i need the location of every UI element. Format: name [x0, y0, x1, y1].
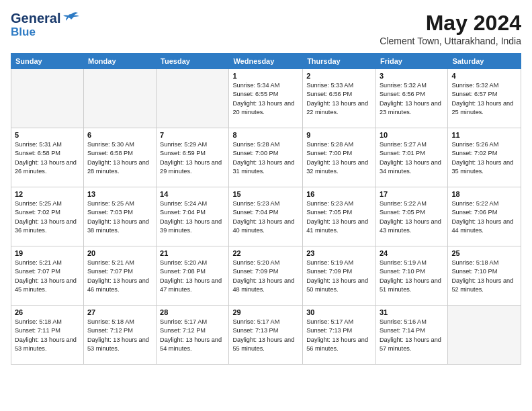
day-info: Sunrise: 5:30 AMSunset: 6:58 PMDaylight:… — [87, 140, 152, 176]
calendar-cell: 13Sunrise: 5:25 AMSunset: 7:03 PMDayligh… — [83, 187, 156, 246]
calendar-header-wednesday: Wednesday — [229, 54, 303, 69]
day-number: 21 — [160, 249, 225, 257]
calendar-cell: 15Sunrise: 5:23 AMSunset: 7:04 PMDayligh… — [229, 187, 303, 246]
day-number: 9 — [306, 131, 372, 139]
day-info: Sunrise: 5:34 AMSunset: 6:55 PMDaylight:… — [232, 81, 299, 117]
day-info: Sunrise: 5:20 AMSunset: 7:08 PMDaylight:… — [160, 259, 225, 294]
calendar-cell: 29Sunrise: 5:17 AMSunset: 7:13 PMDayligh… — [229, 306, 303, 365]
calendar-cell: 22Sunrise: 5:20 AMSunset: 7:09 PMDayligh… — [229, 246, 303, 306]
day-number: 5 — [15, 131, 80, 139]
calendar-cell: 14Sunrise: 5:24 AMSunset: 7:04 PMDayligh… — [157, 187, 229, 246]
day-number: 30 — [306, 308, 372, 316]
day-info: Sunrise: 5:31 AMSunset: 6:58 PMDaylight:… — [15, 140, 80, 176]
calendar-cell: 2Sunrise: 5:33 AMSunset: 6:56 PMDaylight… — [303, 69, 376, 128]
calendar-cell: 24Sunrise: 5:19 AMSunset: 7:10 PMDayligh… — [375, 246, 447, 306]
day-info: Sunrise: 5:18 AMSunset: 7:12 PMDaylight:… — [87, 318, 152, 353]
calendar-cell: 1Sunrise: 5:34 AMSunset: 6:55 PMDaylight… — [229, 69, 303, 128]
calendar-week-2: 5Sunrise: 5:31 AMSunset: 6:58 PMDaylight… — [11, 128, 521, 187]
logo: General Blue — [11, 11, 81, 38]
day-number: 28 — [160, 308, 225, 316]
day-info: Sunrise: 5:26 AMSunset: 7:02 PMDaylight:… — [451, 140, 517, 176]
logo-general: General — [11, 11, 60, 26]
logo-blue: Blue — [11, 26, 36, 38]
day-number: 22 — [232, 249, 299, 257]
day-number: 12 — [15, 190, 80, 198]
calendar-header-saturday: Saturday — [448, 54, 521, 69]
day-info: Sunrise: 5:25 AMSunset: 7:02 PMDaylight:… — [15, 199, 80, 235]
day-number: 8 — [232, 131, 299, 139]
calendar-cell: 31Sunrise: 5:16 AMSunset: 7:14 PMDayligh… — [375, 306, 447, 365]
day-info: Sunrise: 5:32 AMSunset: 6:57 PMDaylight:… — [451, 81, 517, 117]
location-subtitle: Clement Town, Uttarakhand, India — [380, 36, 521, 46]
day-number: 7 — [160, 131, 225, 139]
day-number: 25 — [451, 249, 517, 257]
day-info: Sunrise: 5:25 AMSunset: 7:03 PMDaylight:… — [87, 199, 152, 235]
day-number: 11 — [451, 131, 517, 139]
day-info: Sunrise: 5:22 AMSunset: 7:05 PMDaylight:… — [380, 199, 444, 235]
day-number: 18 — [451, 190, 517, 198]
day-info: Sunrise: 5:16 AMSunset: 7:14 PMDaylight:… — [380, 318, 444, 353]
logo-bird-icon — [62, 11, 81, 26]
calendar-cell: 5Sunrise: 5:31 AMSunset: 6:58 PMDaylight… — [11, 128, 84, 187]
day-number: 31 — [380, 308, 444, 316]
calendar-cell — [83, 69, 156, 128]
day-info: Sunrise: 5:23 AMSunset: 7:05 PMDaylight:… — [306, 199, 372, 235]
day-info: Sunrise: 5:28 AMSunset: 7:00 PMDaylight:… — [232, 140, 299, 176]
calendar-table: SundayMondayTuesdayWednesdayThursdayFrid… — [11, 53, 521, 365]
calendar-cell — [448, 306, 521, 365]
day-info: Sunrise: 5:29 AMSunset: 6:59 PMDaylight:… — [160, 140, 225, 176]
calendar-header-monday: Monday — [83, 54, 156, 69]
calendar-cell: 25Sunrise: 5:18 AMSunset: 7:10 PMDayligh… — [448, 246, 521, 306]
calendar-header-sunday: Sunday — [11, 54, 84, 69]
calendar-header-thursday: Thursday — [303, 54, 376, 69]
day-number: 27 — [87, 308, 152, 316]
day-info: Sunrise: 5:21 AMSunset: 7:07 PMDaylight:… — [15, 259, 80, 294]
calendar-cell — [157, 69, 229, 128]
header: General Blue May 2024 Clement Town, Utta… — [11, 11, 521, 46]
day-info: Sunrise: 5:21 AMSunset: 7:07 PMDaylight:… — [87, 259, 152, 294]
calendar-cell: 27Sunrise: 5:18 AMSunset: 7:12 PMDayligh… — [83, 306, 156, 365]
day-info: Sunrise: 5:17 AMSunset: 7:13 PMDaylight:… — [306, 318, 372, 353]
calendar-cell: 18Sunrise: 5:22 AMSunset: 7:06 PMDayligh… — [448, 187, 521, 246]
calendar-cell: 3Sunrise: 5:32 AMSunset: 6:56 PMDaylight… — [375, 69, 447, 128]
calendar-week-4: 19Sunrise: 5:21 AMSunset: 7:07 PMDayligh… — [11, 246, 521, 306]
day-number: 23 — [306, 249, 372, 257]
day-info: Sunrise: 5:22 AMSunset: 7:06 PMDaylight:… — [451, 199, 517, 235]
day-info: Sunrise: 5:20 AMSunset: 7:09 PMDaylight:… — [232, 259, 299, 294]
calendar-header-row: SundayMondayTuesdayWednesdayThursdayFrid… — [11, 54, 521, 69]
calendar-week-3: 12Sunrise: 5:25 AMSunset: 7:02 PMDayligh… — [11, 187, 521, 246]
calendar-cell: 23Sunrise: 5:19 AMSunset: 7:09 PMDayligh… — [303, 246, 376, 306]
calendar-cell — [11, 69, 84, 128]
calendar-cell: 19Sunrise: 5:21 AMSunset: 7:07 PMDayligh… — [11, 246, 84, 306]
day-number: 13 — [87, 190, 152, 198]
calendar-cell: 17Sunrise: 5:22 AMSunset: 7:05 PMDayligh… — [375, 187, 447, 246]
day-number: 26 — [15, 308, 80, 316]
day-number: 6 — [87, 131, 152, 139]
title-block: May 2024 Clement Town, Uttarakhand, Indi… — [380, 11, 521, 46]
calendar-week-1: 1Sunrise: 5:34 AMSunset: 6:55 PMDaylight… — [11, 69, 521, 128]
day-number: 1 — [232, 72, 299, 80]
page: General Blue May 2024 Clement Town, Utta… — [0, 0, 532, 411]
calendar-cell: 9Sunrise: 5:28 AMSunset: 7:00 PMDaylight… — [303, 128, 376, 187]
day-info: Sunrise: 5:24 AMSunset: 7:04 PMDaylight:… — [160, 199, 225, 235]
day-number: 14 — [160, 190, 225, 198]
day-info: Sunrise: 5:33 AMSunset: 6:56 PMDaylight:… — [306, 81, 372, 117]
calendar-cell: 30Sunrise: 5:17 AMSunset: 7:13 PMDayligh… — [303, 306, 376, 365]
calendar-header-friday: Friday — [375, 54, 447, 69]
day-info: Sunrise: 5:19 AMSunset: 7:10 PMDaylight:… — [380, 259, 444, 294]
calendar-cell: 20Sunrise: 5:21 AMSunset: 7:07 PMDayligh… — [83, 246, 156, 306]
calendar-cell: 11Sunrise: 5:26 AMSunset: 7:02 PMDayligh… — [448, 128, 521, 187]
calendar-cell: 26Sunrise: 5:18 AMSunset: 7:11 PMDayligh… — [11, 306, 84, 365]
calendar-cell: 16Sunrise: 5:23 AMSunset: 7:05 PMDayligh… — [303, 187, 376, 246]
day-number: 20 — [87, 249, 152, 257]
day-info: Sunrise: 5:28 AMSunset: 7:00 PMDaylight:… — [306, 140, 372, 176]
calendar-cell: 21Sunrise: 5:20 AMSunset: 7:08 PMDayligh… — [157, 246, 229, 306]
day-number: 4 — [451, 72, 517, 80]
calendar-cell: 7Sunrise: 5:29 AMSunset: 6:59 PMDaylight… — [157, 128, 229, 187]
day-info: Sunrise: 5:32 AMSunset: 6:56 PMDaylight:… — [380, 81, 444, 117]
month-title: May 2024 — [380, 11, 521, 36]
day-info: Sunrise: 5:17 AMSunset: 7:13 PMDaylight:… — [232, 318, 299, 353]
day-info: Sunrise: 5:17 AMSunset: 7:12 PMDaylight:… — [160, 318, 225, 353]
calendar-cell: 4Sunrise: 5:32 AMSunset: 6:57 PMDaylight… — [448, 69, 521, 128]
day-info: Sunrise: 5:18 AMSunset: 7:11 PMDaylight:… — [15, 318, 80, 353]
